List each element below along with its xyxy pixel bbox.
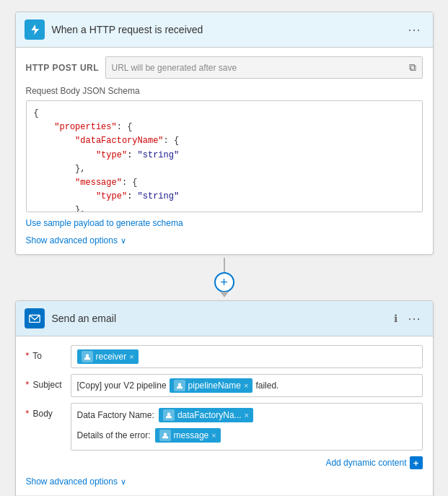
- email-card-icon: [25, 308, 45, 329]
- body-tag2-label: message: [174, 430, 209, 440]
- to-label: * To: [26, 345, 71, 361]
- connector-arrow: [220, 292, 229, 297]
- subject-tag-label: pipelineName: [188, 380, 241, 391]
- to-required-star: *: [26, 351, 30, 361]
- body-line1-text: Data Factory Name:: [77, 410, 154, 420]
- http-request-card: When a HTTP request is received ··· HTTP…: [15, 12, 434, 255]
- email-card-header: Send an email ℹ ···: [16, 301, 433, 336]
- subject-tag-close[interactable]: ×: [244, 381, 248, 390]
- envelope-icon: [28, 312, 41, 325]
- email-advanced-options-label: Show advanced options: [26, 477, 118, 487]
- connector: +: [214, 258, 234, 297]
- body-tag1-label: dataFactoryNa...: [177, 410, 242, 420]
- schema-section-label: Request Body JSON Schema: [26, 86, 423, 96]
- to-field-row: * To receiver ×: [26, 345, 423, 368]
- add-dynamic-row: Add dynamic content +: [26, 456, 423, 469]
- body-line2-text: Details of the error:: [77, 430, 151, 440]
- to-tag-close[interactable]: ×: [129, 352, 133, 361]
- body-label: * Body: [26, 403, 71, 419]
- lightning-icon: [28, 23, 41, 36]
- to-tag: receiver ×: [77, 349, 139, 364]
- subject-tag: pipelineName ×: [170, 378, 253, 393]
- email-card-body: * To receiver × * Subject: [16, 336, 433, 495]
- http-post-url-row: HTTP POST URL URL will be generated afte…: [26, 56, 423, 79]
- email-card: Send an email ℹ ··· * To receiver: [15, 300, 434, 496]
- schema-link[interactable]: Use sample payload to generate schema: [26, 218, 183, 228]
- workflow-container: When a HTTP request is received ··· HTTP…: [15, 12, 434, 496]
- to-tag-icon: [82, 351, 93, 362]
- subject-tag-icon: [174, 380, 185, 391]
- http-card-body: HTTP POST URL URL will be generated afte…: [16, 48, 433, 254]
- http-card-more: ···: [405, 21, 423, 39]
- http-chevron-icon: ∨: [120, 236, 126, 245]
- email-chevron-icon: ∨: [120, 477, 126, 487]
- email-card-more: ℹ ···: [392, 310, 423, 328]
- http-more-button[interactable]: ···: [405, 21, 423, 39]
- body-tag-2: message ×: [155, 428, 221, 443]
- http-advanced-options-label: Show advanced options: [26, 235, 118, 245]
- subject-required-star: *: [26, 380, 30, 390]
- http-card-icon: [25, 19, 45, 40]
- connector-line-top: [224, 258, 225, 272]
- subject-input-box[interactable]: [Copy] your V2 pipeline pipelineName × f…: [71, 374, 423, 397]
- http-card-header: When a HTTP request is received ···: [16, 12, 433, 48]
- add-step-button[interactable]: +: [214, 272, 234, 292]
- subject-field-row: * Subject [Copy] your V2 pipeline pipeli…: [26, 374, 423, 397]
- add-dynamic-content-button[interactable]: Add dynamic content +: [325, 456, 422, 469]
- email-advanced-options-toggle[interactable]: Show advanced options ∨: [26, 477, 126, 487]
- to-input-box[interactable]: receiver ×: [71, 345, 423, 368]
- body-tag1-close[interactable]: ×: [245, 411, 249, 419]
- body-tag2-icon: [159, 430, 171, 441]
- body-tag2-close[interactable]: ×: [211, 431, 216, 440]
- body-input-box[interactable]: Data Factory Name: dataFactoryNa... × De…: [71, 403, 423, 451]
- body-line-1: Data Factory Name: dataFactoryNa... ×: [77, 408, 254, 422]
- email-card-title: Send an email: [52, 313, 393, 324]
- subject-suffix-text: failed.: [255, 379, 278, 392]
- body-tag1-icon: [163, 409, 175, 421]
- subject-prefix-text: [Copy] your V2 pipeline: [77, 379, 167, 392]
- email-info-button[interactable]: ℹ: [392, 311, 399, 326]
- add-dynamic-label: Add dynamic content: [325, 458, 406, 468]
- subject-label: * Subject: [26, 374, 71, 390]
- copy-icon[interactable]: ⧉: [409, 61, 416, 74]
- body-field-row: * Body Data Factory Name: dataFactoryNa.…: [26, 403, 423, 451]
- json-editor[interactable]: { "properties": { "dataFactoryName": { "…: [26, 100, 423, 212]
- http-post-url-label: HTTP POST URL: [26, 63, 105, 73]
- add-dynamic-plus-icon: +: [410, 456, 423, 469]
- body-line-2: Details of the error: message ×: [77, 428, 221, 443]
- http-advanced-options-toggle[interactable]: Show advanced options ∨: [26, 235, 126, 245]
- body-tag-1: dataFactoryNa... ×: [159, 408, 253, 422]
- body-required-star: *: [26, 409, 30, 419]
- http-post-url-input: URL will be generated after save ⧉: [105, 56, 423, 79]
- email-more-button[interactable]: ···: [405, 310, 423, 328]
- to-tag-label: receiver: [96, 352, 127, 362]
- http-post-url-value: URL will be generated after save: [112, 63, 237, 73]
- http-card-title: When a HTTP request is received: [52, 24, 405, 35]
